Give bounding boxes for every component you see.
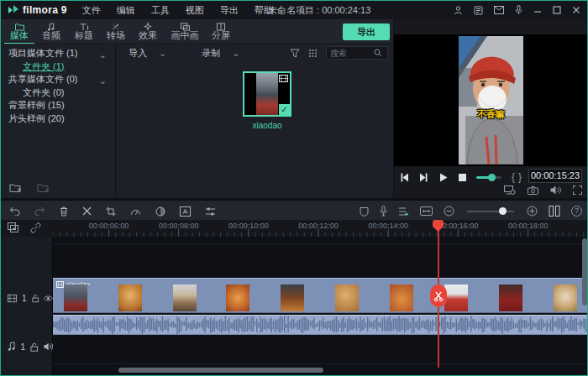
grid-view-icon[interactable]	[308, 49, 318, 58]
voiceover-mic-icon[interactable]	[380, 206, 387, 217]
tab-splitscreen[interactable]: 分屏	[202, 21, 239, 43]
tab-audio[interactable]: 音频	[33, 21, 70, 43]
add-folder-icon[interactable]	[9, 183, 22, 193]
sidebar-item-folder-0[interactable]: 文件夹 (0)	[1, 86, 115, 100]
menu-edit[interactable]: 编辑	[117, 4, 135, 17]
color-correction-icon[interactable]	[155, 206, 165, 217]
timeline-vertical-scrollbar[interactable]	[582, 238, 587, 306]
zoom-slider-knob[interactable]	[499, 207, 507, 215]
clip-audio-waveform[interactable]	[53, 315, 588, 335]
timeline-toolbar: ?	[1, 199, 588, 220]
preview-seek-slider[interactable]	[476, 176, 501, 179]
timeline-ruler[interactable]: 00:00:06:00 00:00:08:00 00:00:10:00 00:0…	[53, 220, 588, 237]
mic-icon[interactable]	[515, 5, 522, 15]
timeline-zoom-slider[interactable]	[467, 211, 514, 212]
display-settings-icon[interactable]	[504, 185, 516, 195]
crop-icon[interactable]	[106, 206, 116, 217]
import-button[interactable]: 导入	[129, 47, 147, 60]
sidebar-item-shared-media[interactable]: 共享媒体文件 (0) ⌄	[1, 73, 115, 86]
manage-tracks-icon[interactable]	[8, 222, 19, 233]
speed-icon[interactable]	[130, 206, 141, 216]
redo-icon[interactable]	[34, 206, 45, 216]
ruler-label: 00:00:18:00	[508, 222, 549, 230]
titlebar: filmora 9 文件 编辑 工具 视图 导出 帮助 未命名项目 : 00:0…	[1, 1, 587, 19]
close-icon[interactable]	[572, 6, 580, 14]
media-item-name[interactable]: xiaodao	[241, 121, 293, 130]
tab-effects[interactable]: 效果	[129, 21, 166, 43]
eye-icon[interactable]	[44, 295, 53, 302]
previous-frame-icon[interactable]	[400, 173, 410, 182]
mark-in-icon[interactable]: {	[512, 171, 518, 183]
sidebar-item-folder-1[interactable]: 文件夹 (1)	[1, 60, 115, 74]
tab-label: 画中画	[171, 31, 199, 40]
split-scissors-icon[interactable]	[82, 206, 92, 216]
stop-icon[interactable]	[459, 174, 466, 181]
mark-out-icon[interactable]: }	[518, 171, 525, 183]
sidebar-item-sample-intros[interactable]: 片头样例 (20)	[1, 112, 115, 126]
menu-view[interactable]: 视图	[186, 4, 204, 17]
filmora-logo-icon	[8, 5, 18, 15]
adjust-sliders-icon[interactable]	[205, 206, 216, 217]
lock-icon[interactable]	[30, 342, 39, 352]
cut-scissors-badge[interactable]	[430, 285, 447, 307]
import-dropdown-icon[interactable]: ⌄	[159, 48, 166, 59]
zoom-out-icon[interactable]	[444, 206, 454, 217]
mail-icon[interactable]	[494, 6, 504, 14]
maximize-icon[interactable]	[553, 6, 561, 14]
tab-label: 分屏	[212, 31, 230, 40]
timeline-horizontal-scrollbar[interactable]	[118, 368, 323, 373]
link-clips-icon[interactable]	[30, 222, 41, 233]
mute-icon[interactable]	[44, 342, 53, 351]
sidebar-item-sample-backgrounds[interactable]: 背景样例 (15)	[1, 99, 115, 112]
record-dropdown-icon[interactable]: ⌄	[232, 48, 239, 59]
audio-track-header: 1	[1, 342, 53, 352]
marker-icon[interactable]	[398, 206, 409, 217]
fullscreen-icon[interactable]	[573, 185, 582, 195]
sidebar-item-label: 背景样例 (15)	[8, 100, 65, 110]
tab-pip[interactable]: 画中画	[163, 21, 207, 43]
menu-export[interactable]: 导出	[220, 4, 239, 17]
clip-thumbnail	[390, 285, 413, 311]
motion-tracking-icon[interactable]	[180, 206, 191, 217]
video-type-icon	[279, 75, 288, 82]
lock-icon[interactable]	[32, 294, 39, 303]
shield-icon[interactable]	[360, 206, 369, 217]
clip-thumbnail	[64, 285, 87, 311]
news-icon[interactable]	[474, 6, 483, 15]
snapshot-camera-icon[interactable]	[528, 186, 538, 195]
app-window: filmora 9 文件 编辑 工具 视图 导出 帮助 未命名项目 : 00:0…	[0, 0, 588, 376]
zoom-to-fit-icon[interactable]	[420, 206, 433, 216]
sidebar-item-project-media[interactable]: 项目媒体文件 (1) ⌄	[1, 47, 115, 60]
waveform-graphic	[53, 316, 587, 334]
render-preview-icon[interactable]	[549, 206, 560, 217]
help-icon[interactable]: ?	[571, 206, 582, 217]
menu-tools[interactable]: 工具	[151, 4, 170, 17]
media-panel: 项目媒体文件 (1) ⌄ 文件夹 (1) 共享媒体文件 (0) ⌄ 文件夹 (0…	[1, 44, 393, 198]
media-item-thumbnail[interactable]: ✓	[243, 71, 291, 117]
export-button[interactable]: 导出	[343, 24, 390, 40]
search-input[interactable]	[330, 49, 374, 58]
volume-icon[interactable]	[550, 185, 561, 195]
clip-thumbnail	[335, 285, 359, 311]
ruler-label: 00:00:12:00	[298, 222, 339, 230]
minimize-icon[interactable]	[533, 6, 542, 14]
sidebar-item-label: 文件夹 (1)	[23, 61, 65, 71]
clip-thumbnail	[118, 285, 142, 311]
delete-folder-icon[interactable]	[37, 183, 50, 193]
zoom-in-icon[interactable]	[527, 206, 538, 217]
account-icon[interactable]	[454, 6, 463, 15]
menu-file[interactable]: 文件	[82, 4, 101, 17]
record-button[interactable]: 录制	[202, 47, 220, 60]
undo-icon[interactable]	[9, 206, 20, 216]
timeline-video-clip[interactable]: xiaodao	[53, 278, 588, 313]
delete-icon[interactable]	[60, 206, 68, 217]
search-box[interactable]	[326, 46, 388, 60]
menubar: 文件 编辑 工具 视图 导出 帮助	[82, 4, 273, 17]
play-icon[interactable]	[439, 173, 448, 182]
search-icon[interactable]	[374, 49, 382, 57]
tab-label: 媒体	[10, 31, 29, 40]
audio-track-icon	[8, 342, 16, 352]
filter-icon[interactable]	[290, 49, 300, 58]
next-frame-icon[interactable]	[418, 173, 428, 182]
video-caption: 不香嘛	[459, 108, 523, 121]
